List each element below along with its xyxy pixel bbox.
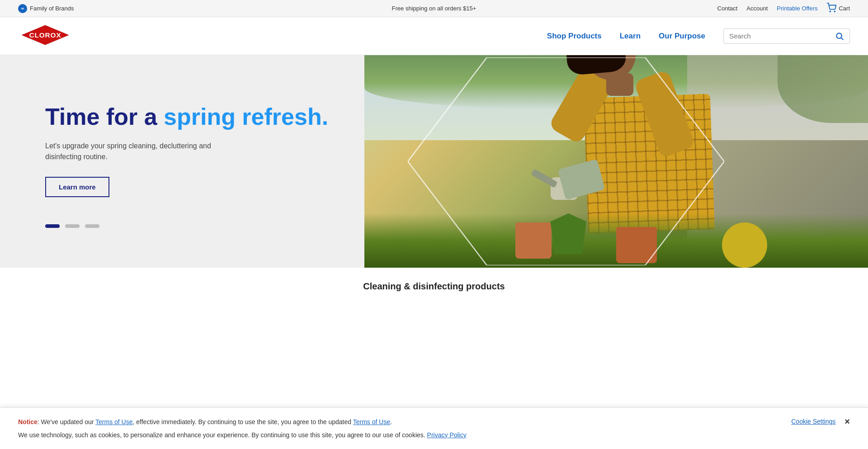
hero-subtext: Let's upgrade your spring cleaning, decl… [45,141,217,162]
hero-section: Time for a spring refresh. Let's upgrade… [0,55,868,268]
svg-marker-7 [408,57,724,265]
cart-label: Cart [839,5,850,12]
svg-text:CLOROX: CLOROX [29,31,61,39]
hero-headline-highlight: spring refresh. [164,104,328,130]
hero-headline-part1: Time for a [45,104,164,130]
shop-products-link[interactable]: Shop Products [547,32,602,41]
hero-headline: Time for a spring refresh. [45,104,337,130]
search-input[interactable] [729,32,835,40]
search-button[interactable] [835,32,844,41]
products-section: Cleaning & disinfecting products [0,268,868,301]
carousel-dot-2[interactable] [65,224,80,228]
logo-link[interactable]: CLOROX [18,23,72,49]
products-title: Cleaning & disinfecting products [18,281,850,292]
hero-diamond-overlay [408,57,724,265]
shipping-notice: Free shipping on all orders $15+ [392,5,476,12]
svg-point-2 [835,11,835,12]
search-icon [835,32,844,41]
utility-links: Contact Account Printable Offers Cart [717,3,850,14]
search-container [723,28,850,44]
learn-more-button[interactable]: Learn more [45,177,109,197]
svg-point-1 [830,11,831,12]
our-purpose-link[interactable]: Our Purpose [659,32,705,41]
family-brands-link[interactable]: Family of Brands [18,4,74,13]
cart-icon [826,3,836,14]
svg-line-6 [841,38,844,40]
learn-link[interactable]: Learn [620,32,641,41]
family-brands-logo [18,4,27,13]
svg-point-5 [836,33,842,38]
carousel-dot-3[interactable] [85,224,99,228]
utility-bar: Family of Brands Free shipping on all or… [0,0,868,17]
logo-container: CLOROX [18,23,72,49]
cart-link[interactable]: Cart [826,3,850,14]
family-brands-label: Family of Brands [30,5,74,12]
clorox-logo: CLOROX [18,23,72,47]
carousel-dot-1[interactable] [45,224,60,228]
hero-content: Time for a spring refresh. Let's upgrade… [0,55,364,268]
hero-image-area [364,55,868,268]
main-nav: CLOROX Shop Products Learn Our Purpose [0,17,868,55]
carousel-dots [45,224,337,228]
nav-links: Shop Products Learn Our Purpose [547,32,705,41]
printable-offers-link[interactable]: Printable Offers [777,5,817,12]
account-link[interactable]: Account [746,5,768,12]
contact-link[interactable]: Contact [717,5,738,12]
